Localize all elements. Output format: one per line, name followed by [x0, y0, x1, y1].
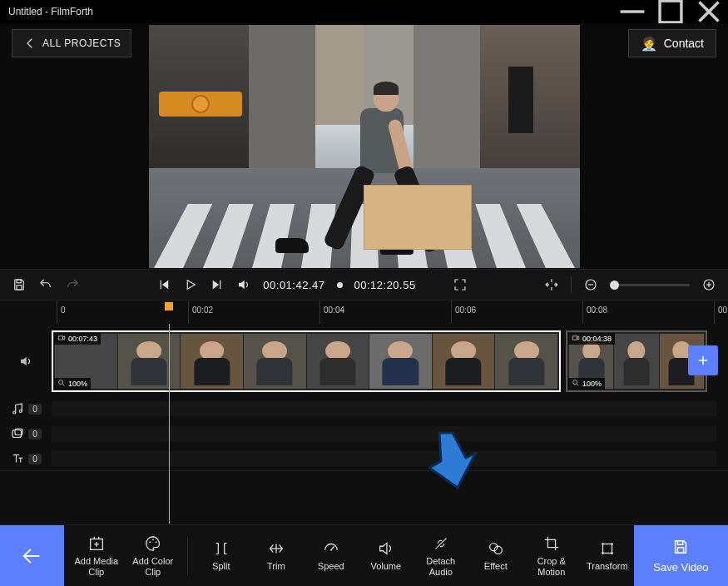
video-track-mute[interactable]	[12, 354, 40, 369]
contact-label: Contact	[664, 37, 704, 50]
audio-lane[interactable]	[52, 401, 716, 416]
text-count: 0	[28, 454, 42, 464]
volume-button[interactable]: Volume	[359, 528, 413, 584]
video-clip-2[interactable]: 00:04:38 100%	[566, 330, 707, 392]
svg-marker-8	[188, 281, 196, 290]
clip1-zoom: 100%	[68, 380, 87, 388]
detach-audio-button[interactable]: Detach Audio	[414, 528, 468, 584]
svg-point-65	[611, 553, 613, 555]
maximize-button[interactable]	[651, 0, 690, 23]
split-button[interactable]: Split	[195, 528, 248, 584]
close-button[interactable]	[690, 0, 728, 23]
palette-icon	[144, 534, 162, 553]
magnifier-icon	[572, 379, 580, 389]
overlay-lane[interactable]	[52, 426, 716, 441]
svg-rect-61	[602, 544, 612, 554]
back-button[interactable]	[0, 525, 64, 586]
add-media-clip-button[interactable]: Add Media Clip	[69, 528, 124, 584]
volume-label: Volume	[370, 561, 401, 571]
ruler-tick: 0	[57, 300, 66, 324]
svg-rect-5	[17, 286, 22, 290]
video-lane[interactable]: 00:07:43 100%	[52, 330, 716, 392]
trim-icon	[267, 539, 285, 558]
timeline: 00:07:43 100%	[0, 324, 728, 470]
save-video-label: Save Video	[653, 561, 708, 574]
svg-point-45	[149, 542, 151, 544]
video-preview[interactable]	[149, 25, 580, 268]
svg-rect-24	[572, 336, 577, 340]
save-project-icon[interactable]	[12, 277, 27, 292]
text-track: 0	[12, 450, 716, 467]
bottom-toolbar: Add Media Clip Add Color Clip Split Trim…	[0, 524, 728, 586]
zoom-slider[interactable]	[610, 284, 690, 286]
svg-rect-66	[678, 541, 683, 545]
speed-icon	[322, 539, 340, 558]
ruler-tick: 00:06	[451, 300, 476, 324]
minimize-button[interactable]	[613, 0, 651, 23]
audio-track: 0	[12, 400, 716, 417]
fit-timeline-icon[interactable]	[544, 277, 559, 292]
transform-label: Transform	[587, 561, 628, 571]
video-clip-1[interactable]: 00:07:43 100%	[52, 330, 561, 392]
overlay-track: 0	[12, 425, 716, 442]
split-icon	[212, 539, 230, 558]
svg-rect-67	[678, 548, 684, 553]
svg-marker-10	[213, 281, 220, 290]
speed-button[interactable]: Speed	[305, 528, 358, 584]
volume-icon[interactable]	[236, 277, 251, 292]
next-frame-icon[interactable]	[210, 277, 225, 292]
text-icon[interactable]	[10, 451, 25, 466]
transport-bar: 00:01:42.47 00:12:20.55	[0, 269, 728, 300]
total-time: 00:12:20.55	[354, 279, 416, 291]
svg-point-30	[13, 411, 16, 414]
transform-icon	[598, 539, 617, 558]
ruler-tick: 00:04	[319, 300, 344, 324]
svg-point-57	[330, 549, 332, 551]
preview-area	[0, 63, 728, 269]
playhead-handle[interactable]	[165, 302, 173, 310]
svg-point-31	[19, 410, 22, 413]
ruler-tick: 00:02	[188, 300, 213, 324]
svg-rect-32	[12, 430, 22, 438]
music-note-icon[interactable]	[10, 401, 25, 416]
camera-icon	[572, 334, 580, 344]
overlay-icon[interactable]	[10, 426, 25, 441]
video-track: 00:07:43 100%	[12, 330, 716, 392]
detach-audio-label: Detach Audio	[414, 556, 468, 576]
svg-line-58	[435, 539, 446, 549]
current-time: 00:01:42.47	[263, 279, 324, 291]
contact-button[interactable]: 🧑‍💼 Contact	[628, 29, 716, 57]
svg-point-62	[602, 544, 604, 546]
svg-point-63	[611, 544, 613, 546]
zoom-out-icon[interactable]	[583, 277, 598, 292]
add-clip-button[interactable]	[688, 345, 718, 375]
ruler-tick: 00:1	[714, 300, 728, 324]
add-media-label: Add Media Clip	[69, 556, 124, 576]
clip2-duration: 00:04:38	[582, 335, 612, 343]
svg-point-26	[573, 380, 577, 385]
svg-line-23	[62, 384, 64, 385]
redo-icon[interactable]	[65, 277, 80, 292]
speed-label: Speed	[318, 561, 344, 571]
effect-button[interactable]: Effect	[469, 528, 522, 584]
save-video-button[interactable]: Save Video	[634, 525, 728, 586]
support-icon: 🧑‍💼	[641, 36, 657, 52]
camera-icon	[57, 334, 66, 344]
prev-frame-icon[interactable]	[156, 277, 171, 292]
crop-motion-button[interactable]: Crop & Motion	[524, 528, 579, 584]
transform-button[interactable]: Transform	[581, 528, 634, 584]
all-projects-button[interactable]: ALL PROJECTS	[12, 29, 131, 57]
svg-point-47	[156, 542, 157, 544]
split-label: Split	[212, 561, 230, 571]
add-color-clip-button[interactable]: Add Color Clip	[126, 528, 181, 584]
fullscreen-icon[interactable]	[453, 277, 468, 292]
play-icon[interactable]	[183, 277, 198, 292]
text-lane[interactable]	[52, 451, 716, 466]
svg-rect-1	[660, 1, 681, 22]
svg-line-27	[577, 384, 578, 385]
zoom-in-icon[interactable]	[701, 277, 716, 292]
timeline-ruler[interactable]: 000:0200:0400:0600:0800:1	[0, 300, 728, 324]
undo-icon[interactable]	[38, 277, 53, 292]
trim-button[interactable]: Trim	[250, 528, 303, 584]
svg-point-22	[59, 380, 63, 385]
